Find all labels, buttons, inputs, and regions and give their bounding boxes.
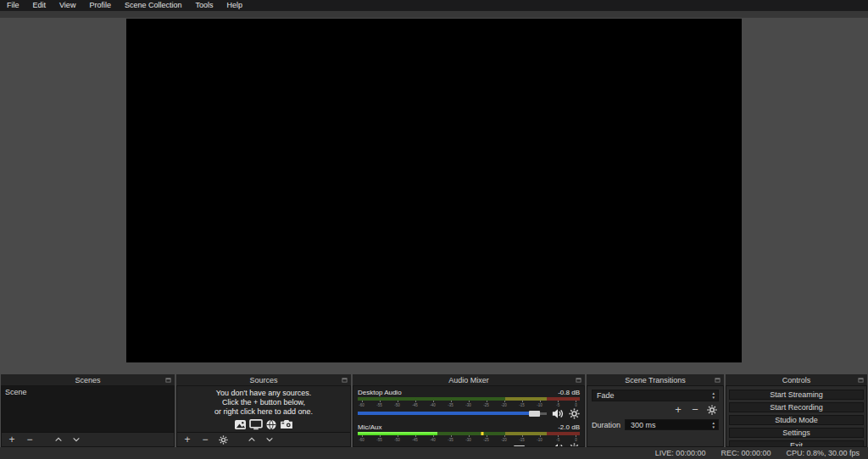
exit-button[interactable]: Exit bbox=[729, 440, 864, 447]
move-source-down-button[interactable] bbox=[264, 434, 275, 445]
volume-fader[interactable] bbox=[358, 443, 547, 447]
source-properties-button[interactable] bbox=[218, 434, 228, 445]
menu-scene-collection[interactable]: Scene Collection bbox=[118, 0, 189, 11]
move-source-up-button[interactable] bbox=[247, 434, 257, 445]
remove-scene-button[interactable]: − bbox=[25, 434, 35, 445]
menu-file[interactable]: File bbox=[0, 0, 26, 11]
menu-profile[interactable]: Profile bbox=[82, 0, 118, 11]
status-bar: LIVE: 00:00:00 REC: 00:00:00 CPU: 0.8%, … bbox=[0, 447, 868, 459]
channel-name: Mic/Aux bbox=[358, 423, 381, 432]
settings-button[interactable]: Settings bbox=[729, 428, 864, 438]
channel-level-db: -2.0 dB bbox=[558, 423, 580, 432]
live-time: LIVE: 00:00:00 bbox=[655, 449, 706, 457]
meter-active-level bbox=[358, 432, 437, 435]
fader-handle[interactable] bbox=[514, 445, 525, 448]
spin-down-icon[interactable]: ▼ bbox=[712, 425, 715, 429]
image-icon bbox=[234, 419, 247, 430]
gear-icon bbox=[707, 405, 717, 415]
speaker-icon[interactable] bbox=[552, 443, 564, 448]
volume-meter bbox=[358, 432, 580, 435]
transition-selected-value: Fade bbox=[597, 391, 615, 400]
duration-label: Duration bbox=[592, 421, 620, 429]
chevron-up-icon bbox=[54, 435, 63, 444]
combo-spinner[interactable]: ▲ ▼ bbox=[712, 391, 715, 400]
sources-empty-line3: or right click here to add one. bbox=[214, 407, 313, 417]
cpu-fps-stats: CPU: 0.8%, 30.00 fps bbox=[786, 449, 860, 457]
meter-peak-indicator bbox=[481, 432, 483, 435]
speaker-icon[interactable] bbox=[552, 408, 564, 419]
popout-icon[interactable] bbox=[165, 377, 171, 383]
start-recording-button[interactable]: Start Recording bbox=[729, 402, 864, 412]
add-source-button[interactable]: + bbox=[182, 434, 192, 445]
scene-transitions-panel: Scene Transitions Fade ▲ ▼ + − bbox=[587, 374, 724, 447]
add-scene-button[interactable]: + bbox=[7, 434, 17, 445]
preview-canvas[interactable] bbox=[126, 19, 742, 362]
chevron-up-icon bbox=[248, 435, 256, 444]
gear-icon bbox=[219, 435, 228, 445]
chevron-down-icon bbox=[265, 435, 274, 444]
chevron-down-icon bbox=[72, 435, 81, 444]
scenes-toolbar: + − bbox=[2, 432, 174, 446]
channel-name: Desktop Audio bbox=[358, 389, 402, 397]
dock-row: Scenes Scene + − bbox=[0, 373, 868, 447]
scene-list[interactable]: Scene bbox=[2, 386, 174, 432]
scenes-titlebar[interactable]: Scenes bbox=[1, 374, 175, 385]
start-streaming-button[interactable]: Start Streaming bbox=[729, 390, 864, 400]
popout-icon[interactable] bbox=[576, 377, 581, 383]
move-scene-up-button[interactable] bbox=[53, 434, 64, 445]
menu-view[interactable]: View bbox=[53, 0, 82, 11]
scene-transitions-titlebar[interactable]: Scene Transitions bbox=[587, 374, 724, 385]
remove-source-button[interactable]: − bbox=[200, 434, 210, 445]
move-scene-down-button[interactable] bbox=[71, 434, 81, 445]
mixer-channel-mic-aux: Mic/Aux -2.0 dB -60-55-50-45-40-35-30-25… bbox=[358, 423, 580, 447]
scene-transitions-title: Scene Transitions bbox=[625, 376, 686, 384]
scene-list-item[interactable]: Scene bbox=[2, 386, 174, 398]
controls-title: Controls bbox=[782, 376, 811, 384]
sources-empty-state[interactable]: You don't have any sources. Click the + … bbox=[177, 386, 350, 432]
transition-toolbar: + − bbox=[592, 403, 719, 417]
gear-icon[interactable] bbox=[569, 408, 580, 419]
menu-help[interactable]: Help bbox=[220, 0, 249, 11]
sources-empty-line1: You don't have any sources. bbox=[216, 389, 311, 398]
menu-bar: File Edit View Profile Scene Collection … bbox=[0, 0, 868, 11]
remove-transition-button[interactable]: − bbox=[690, 405, 700, 415]
display-icon bbox=[249, 419, 263, 430]
source-type-icons bbox=[234, 419, 293, 430]
popout-icon[interactable] bbox=[715, 377, 721, 383]
controls-panel: Controls Start Streaming Start Recording… bbox=[726, 374, 867, 447]
transition-select[interactable]: Fade ▲ ▼ bbox=[592, 390, 719, 401]
spin-down-icon[interactable]: ▼ bbox=[712, 395, 715, 400]
transition-properties-button[interactable] bbox=[707, 405, 717, 415]
menu-edit[interactable]: Edit bbox=[26, 0, 53, 11]
sources-toolbar: + − bbox=[177, 432, 350, 446]
top-strip bbox=[0, 11, 868, 18]
fader-fill bbox=[358, 412, 539, 415]
channel-level-db: -0.8 dB bbox=[558, 389, 580, 397]
volume-meter bbox=[358, 397, 580, 401]
add-transition-button[interactable]: + bbox=[673, 405, 683, 415]
camera-icon bbox=[280, 419, 293, 429]
controls-titlebar[interactable]: Controls bbox=[726, 374, 867, 385]
scenes-panel: Scenes Scene + − bbox=[1, 374, 175, 447]
scenes-title: Scenes bbox=[75, 376, 100, 384]
duration-value: 300 ms bbox=[631, 421, 656, 429]
spinbox-spinner[interactable]: ▲ ▼ bbox=[712, 421, 715, 429]
fader-fill bbox=[358, 446, 524, 447]
fader-handle[interactable] bbox=[529, 411, 540, 417]
volume-fader[interactable] bbox=[358, 408, 547, 418]
gear-icon[interactable] bbox=[569, 443, 580, 448]
audio-mixer-panel: Audio Mixer Desktop Audio -0.8 dB -60-55… bbox=[353, 374, 585, 447]
fader-track bbox=[358, 447, 547, 448]
popout-icon[interactable] bbox=[342, 377, 348, 383]
duration-spinbox[interactable]: 300 ms ▲ ▼ bbox=[625, 419, 719, 430]
rec-time: REC: 00:00:00 bbox=[721, 449, 771, 457]
sources-titlebar[interactable]: Sources bbox=[176, 374, 351, 385]
menu-tools[interactable]: Tools bbox=[188, 0, 220, 11]
popout-icon[interactable] bbox=[858, 377, 864, 383]
studio-mode-button[interactable]: Studio Mode bbox=[729, 415, 864, 425]
mixer-channel-desktop-audio: Desktop Audio -0.8 dB -60-55-50-45-40-35… bbox=[358, 389, 580, 419]
audio-mixer-title: Audio Mixer bbox=[448, 376, 489, 384]
sources-empty-line2: Click the + button below, bbox=[222, 398, 305, 407]
audio-mixer-titlebar[interactable]: Audio Mixer bbox=[353, 374, 585, 385]
meter-scale: -60-55-50-45-40-35-30-25-20-15-10-50 bbox=[358, 435, 580, 442]
